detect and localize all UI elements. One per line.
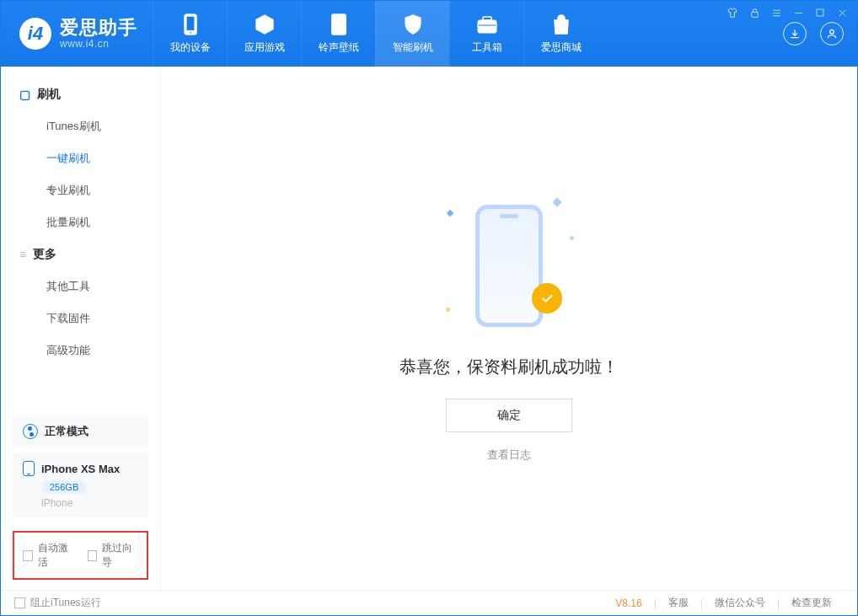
storage-badge: 256GB <box>41 480 87 494</box>
svg-point-4 <box>189 32 190 34</box>
tab-label: 应用游戏 <box>244 40 285 55</box>
sparkle-icon <box>552 197 561 206</box>
dot-icon <box>570 236 574 240</box>
tab-flash[interactable]: 智能刷机 <box>375 1 449 67</box>
sidebar-item-batch[interactable]: 批量刷机 <box>1 206 160 238</box>
phone-illustration <box>475 205 543 327</box>
checkbox-icon <box>14 597 25 608</box>
tab-ringtone[interactable]: 铃声壁纸 <box>301 1 375 67</box>
tab-store[interactable]: 爱思商城 <box>523 1 598 67</box>
list-icon: ≡ <box>19 248 26 261</box>
footer: 阻止iTunes运行 V8.16 | 客服 | 微信公众号 | 检查更新 <box>1 590 857 615</box>
device-card[interactable]: iPhone XS Max 256GB iPhone <box>13 453 148 517</box>
sidebar: ▢ 刷机 iTunes刷机 一键刷机 专业刷机 批量刷机 ≡ 更多 其他工具 下… <box>1 67 161 590</box>
device-name: iPhone XS Max <box>41 463 120 475</box>
download-icon[interactable] <box>783 22 807 46</box>
cube-icon <box>253 13 276 36</box>
svg-rect-8 <box>478 24 496 26</box>
version-label: V8.16 <box>615 597 641 609</box>
main-content: 恭喜您，保资料刷机成功啦！ 确定 查看日志 <box>161 67 857 590</box>
mode-icon <box>23 424 38 439</box>
sidebar-item-pro[interactable]: 专业刷机 <box>1 174 160 206</box>
ok-button[interactable]: 确定 <box>446 399 572 432</box>
tab-label: 我的设备 <box>170 40 211 55</box>
body: ▢ 刷机 iTunes刷机 一键刷机 专业刷机 批量刷机 ≡ 更多 其他工具 下… <box>1 67 857 590</box>
device-phone-icon <box>23 461 35 476</box>
sparkle-icon <box>447 210 453 217</box>
checkbox-icon <box>88 550 98 561</box>
device-brand: iPhone <box>41 497 138 509</box>
shirt-icon[interactable] <box>726 6 739 19</box>
check-label: 阻止iTunes运行 <box>30 596 101 610</box>
tab-label: 爱思商城 <box>541 40 582 55</box>
success-message: 恭喜您，保资料刷机成功啦！ <box>400 356 619 378</box>
svg-rect-0 <box>751 12 758 17</box>
check-label: 跳过向导 <box>102 541 138 570</box>
footer-link-wechat[interactable]: 微信公众号 <box>703 596 777 610</box>
bag-icon <box>550 13 573 36</box>
header: i4 爱思助手 www.i4.cn 我的设备 应用游戏 铃声壁纸 智能刷机 <box>1 1 857 67</box>
check-label: 自动激活 <box>38 541 74 570</box>
app-url: www.i4.cn <box>60 39 137 50</box>
footer-link-update[interactable]: 检查更新 <box>780 596 844 610</box>
sidebar-item-itunes[interactable]: iTunes刷机 <box>1 110 160 142</box>
view-log-link[interactable]: 查看日志 <box>487 447 531 463</box>
svg-rect-3 <box>186 16 195 30</box>
tab-apps[interactable]: 应用游戏 <box>227 1 301 67</box>
check-badge-icon <box>532 283 562 313</box>
group-flash: ▢ 刷机 <box>1 78 160 110</box>
window-controls <box>726 6 849 19</box>
close-button[interactable] <box>835 6 849 19</box>
logo: i4 爱思助手 www.i4.cn <box>1 1 153 67</box>
checkbox-auto-activate[interactable]: 自动激活 <box>23 541 74 570</box>
lock-icon[interactable] <box>748 6 761 19</box>
music-file-icon <box>327 13 351 36</box>
shield-sync-icon <box>401 13 425 36</box>
sidebar-item-download[interactable]: 下载固件 <box>1 303 160 335</box>
tab-label: 铃声壁纸 <box>319 40 359 55</box>
tab-label: 智能刷机 <box>393 40 433 55</box>
tab-my-device[interactable]: 我的设备 <box>153 1 227 67</box>
svg-rect-7 <box>483 17 491 20</box>
sidebar-item-other[interactable]: 其他工具 <box>1 271 160 303</box>
app-window: i4 爱思助手 www.i4.cn 我的设备 应用游戏 铃声壁纸 智能刷机 <box>0 0 858 616</box>
app-name: 爱思助手 <box>60 18 137 38</box>
mode-card[interactable]: 正常模式 <box>13 415 148 447</box>
tab-label: 工具箱 <box>472 40 502 55</box>
minimize-button[interactable] <box>791 6 805 19</box>
success-illustration <box>463 194 555 337</box>
maximize-button[interactable] <box>813 6 827 19</box>
logo-text: 爱思助手 www.i4.cn <box>60 18 137 49</box>
group-title: 刷机 <box>37 87 61 102</box>
checkbox-block-itunes[interactable]: 阻止iTunes运行 <box>14 596 101 610</box>
user-icon[interactable] <box>820 22 844 46</box>
sidebar-item-advanced[interactable]: 高级功能 <box>1 335 160 367</box>
svg-point-9 <box>830 29 834 34</box>
highlighted-checks: 自动激活 跳过向导 <box>13 531 148 580</box>
checkbox-icon <box>23 550 33 561</box>
tab-toolbox[interactable]: 工具箱 <box>449 1 523 67</box>
checkbox-skip-guide[interactable]: 跳过向导 <box>88 541 139 570</box>
logo-icon: i4 <box>19 18 51 50</box>
menu-icon[interactable] <box>770 6 783 19</box>
footer-link-support[interactable]: 客服 <box>657 596 700 610</box>
phone-icon <box>179 13 202 36</box>
toolbox-icon <box>475 13 499 36</box>
sidebar-item-oneclick[interactable]: 一键刷机 <box>1 142 160 174</box>
group-more: ≡ 更多 <box>1 238 160 271</box>
dot-icon <box>446 308 450 312</box>
svg-rect-1 <box>817 9 823 16</box>
phone-outline-icon: ▢ <box>19 88 30 101</box>
group-title: 更多 <box>33 247 56 262</box>
mode-label: 正常模式 <box>45 424 88 439</box>
nav-tabs: 我的设备 应用游戏 铃声壁纸 智能刷机 工具箱 爱思商城 <box>153 1 598 67</box>
